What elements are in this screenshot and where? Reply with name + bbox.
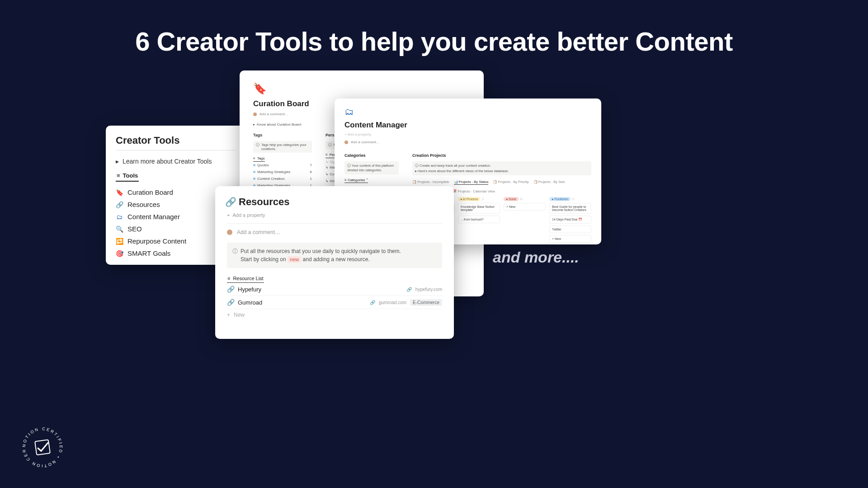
know-label: Know about Curation Board	[257, 122, 301, 127]
link-icon: 🔗	[370, 300, 375, 305]
info-icon: ⓘ	[347, 164, 351, 168]
link-icon: 🔗	[406, 287, 412, 292]
archive-icon: 🗂	[344, 107, 591, 117]
board-card[interactable]: + New	[549, 235, 591, 243]
tool-icon: 🎯	[116, 250, 123, 257]
project-tab[interactable]: 📅 Projects - Calendar View	[453, 189, 495, 193]
categories-tab[interactable]: ≡ Categories ˅	[344, 178, 368, 183]
resource-url: hypefury.com	[415, 287, 442, 292]
hero-title: 6 Creator Tools to help you create bette…	[0, 26, 868, 56]
resource-row[interactable]: 🔗Hypefury🔗hypefury.com	[227, 283, 442, 296]
avatar-icon	[227, 230, 232, 235]
new-tag: new	[288, 256, 301, 263]
tool-icon: 🗂	[116, 213, 123, 221]
chevron-right-icon: ▸	[116, 158, 119, 165]
project-tab[interactable]: 📊 Projects - By Status	[454, 180, 489, 185]
status-pill: ● Done	[504, 197, 519, 201]
avatar-icon	[253, 113, 257, 116]
tool-icon: 🔖	[116, 189, 123, 196]
link-icon: 🔗	[227, 299, 234, 306]
project-tab[interactable]: 📋 Projects - Incomplete	[412, 180, 449, 185]
resource-row[interactable]: 🔗Gumroad🔗gumroad.comE-Commerce	[227, 296, 442, 309]
info-icon: ⓘ	[415, 164, 419, 168]
list-icon: ≡	[253, 156, 255, 160]
tag-row[interactable]: Quotes7	[253, 162, 312, 169]
board-card[interactable]: Best Guide for people to become Notion C…	[549, 203, 591, 214]
tool-label: SEO	[127, 225, 142, 233]
info-icon: ⓘ	[328, 143, 332, 147]
resource-list-tab[interactable]: ≡ Resource List	[227, 274, 264, 283]
tool-label: Content Manager	[127, 213, 180, 221]
board-card[interactable]: …from burnout?	[458, 216, 500, 223]
resources-panel: 🔗 Resources +Add a property Add a commen…	[215, 186, 454, 339]
board-column: ● Done0+ New	[504, 197, 546, 243]
info-icon: ⓘ	[232, 248, 238, 254]
categories-tip: ⓘ Your content of this platform divided …	[344, 161, 399, 174]
list-icon: ≡	[227, 276, 230, 281]
board-column: ● In Process1Knowledge Base Notion templ…	[458, 197, 500, 243]
board-card[interactable]: Knowledge Base Notion template	[458, 203, 500, 214]
tag-row[interactable]: Marketing Strategies6	[253, 169, 312, 175]
notion-certified-badge: NOTION CERTIFIED • NOTION CERTIFIED •	[20, 425, 65, 470]
tools-tab-label: Tools	[123, 172, 138, 179]
add-comment-placeholder: Add a comment…	[237, 229, 280, 235]
tags-heading: Tags	[253, 133, 312, 137]
board-card[interactable]: + New	[504, 203, 546, 211]
list-icon: ≡	[326, 153, 328, 157]
add-comment-placeholder: Add a comment…	[351, 140, 380, 144]
add-property-row[interactable]: +Add a property	[227, 212, 442, 218]
avatar-icon	[344, 141, 348, 144]
tool-icon: 🔍	[116, 225, 123, 233]
tools-title: Creator Tools	[116, 135, 236, 146]
tool-icon: 🔗	[116, 201, 123, 208]
resources-tip: ⓘPut all the resources that you use dail…	[227, 243, 442, 268]
add-comment-placeholder: Add a comment…	[259, 112, 288, 116]
add-property-row[interactable]: + Add a property	[344, 132, 591, 136]
content-title: Content Manager	[344, 121, 591, 130]
resource-badge: E-Commerce	[410, 299, 442, 306]
learn-more-toggle[interactable]: ▸ Learn more about Creator Tools	[116, 155, 236, 168]
categories-heading: Categories	[344, 153, 399, 158]
board-card[interactable]: 14 Days Past Due ⏰	[549, 216, 591, 224]
bookmark-icon: 🔖	[253, 82, 470, 95]
and-more-text: and more....	[493, 249, 579, 266]
status-pill: ● Published	[549, 197, 571, 201]
tag-row[interactable]: Content Creation1	[253, 175, 312, 182]
tool-label: Repurpose Content	[127, 237, 186, 245]
project-tab[interactable]: 📋 Projects - By Size	[533, 180, 565, 185]
projects-heading: Creation Projects	[412, 153, 591, 158]
board-column: ● Published1Best Guide for people to bec…	[549, 197, 591, 243]
status-pill: ● In Process	[458, 197, 480, 201]
add-comment-row[interactable]: Add a comment…	[344, 140, 591, 144]
plus-icon: +	[227, 312, 230, 318]
link-icon: 🔗	[227, 198, 234, 206]
new-resource-row[interactable]: + New	[227, 309, 442, 321]
svg-rect-1	[35, 440, 50, 455]
link-icon: 🔗	[227, 286, 234, 293]
chevron-right-icon: ▸	[253, 122, 255, 127]
projects-tip: ⓘ Create and keep track all your content…	[412, 161, 591, 175]
resources-title: Resources	[239, 196, 290, 208]
add-comment-row[interactable]: Add a comment…	[227, 229, 442, 235]
tool-label: Curation Board	[127, 188, 173, 196]
tool-label: SMART Goals	[127, 249, 170, 257]
board-card[interactable]: Twitter	[549, 225, 591, 233]
tool-icon: 🔁	[116, 238, 123, 245]
project-tab[interactable]: 📋 Projects - By Priority	[493, 180, 528, 185]
list-icon: ≡	[117, 172, 120, 179]
resource-name: Hypefury	[238, 286, 261, 293]
tags-tip: ⓘTags help you categorize your curations…	[253, 141, 312, 153]
tags-tab[interactable]: ≡Tags	[253, 155, 265, 162]
learn-more-label: Learn more about Creator Tools	[123, 158, 212, 165]
plus-icon: +	[227, 212, 230, 218]
tool-label: Resources	[127, 201, 160, 208]
info-icon: ⓘ	[256, 143, 259, 151]
resource-url: gumroad.com	[379, 300, 406, 305]
tools-tab[interactable]: ≡ Tools	[116, 170, 139, 182]
svg-text:NOTION CERTIFIED • NOTION CERT: NOTION CERTIFIED • NOTION CERTIFIED •	[20, 425, 63, 468]
resource-name: Gumroad	[238, 299, 262, 306]
